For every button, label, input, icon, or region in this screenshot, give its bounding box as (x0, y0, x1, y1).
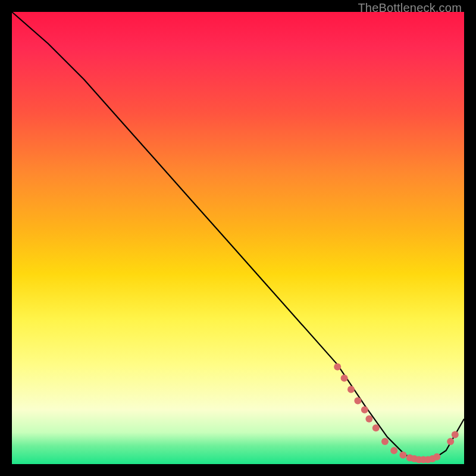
marker-dot (334, 364, 341, 371)
marker-dot (399, 452, 406, 459)
marker-dot (347, 386, 355, 393)
marker-dot (365, 415, 372, 422)
chart-svg (12, 12, 464, 464)
marker-dot (361, 406, 368, 414)
chart-frame: TheBottleneck.com (0, 0, 476, 476)
marker-dot (341, 375, 348, 382)
marker-dot (433, 453, 440, 461)
marker-dot (452, 431, 459, 439)
curve-line (12, 12, 464, 459)
marker-dot (372, 424, 380, 431)
marker-dot (354, 397, 361, 405)
marker-dot (381, 438, 389, 445)
marker-dot (390, 447, 397, 454)
plot-area (12, 12, 464, 464)
marker-dot (447, 438, 454, 445)
curve-markers (334, 364, 459, 464)
